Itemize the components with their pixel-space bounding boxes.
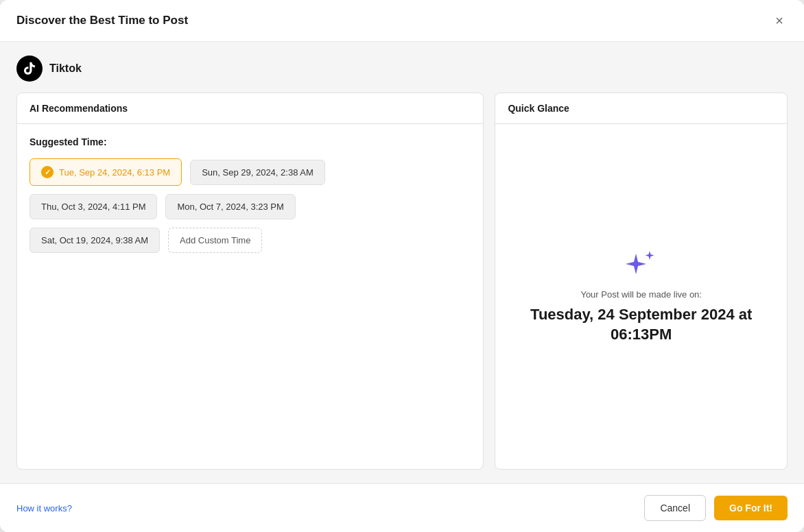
time-chip-1[interactable]: Tue, Sep 24, 2024, 6:13 PM <box>29 158 182 186</box>
add-custom-time-button[interactable]: Add Custom Time <box>168 228 262 253</box>
cancel-button[interactable]: Cancel <box>644 495 706 521</box>
go-for-it-button[interactable]: Go For It! <box>714 496 788 520</box>
how-it-works-link[interactable]: How it works? <box>16 503 72 513</box>
time-grid: Tue, Sep 24, 2024, 6:13 PM Sun, Sep 29, … <box>29 158 471 253</box>
time-label-3: Thu, Oct 3, 2024, 4:11 PM <box>41 202 145 212</box>
modal-header: Discover the Best Time to Post × <box>0 0 804 42</box>
ai-panel-header: AI Recommendations <box>17 93 483 124</box>
platform-name: Tiktok <box>49 62 82 75</box>
tiktok-icon <box>16 56 43 82</box>
time-row-3: Sat, Oct 19, 2024, 9:38 AM Add Custom Ti… <box>29 228 471 253</box>
quick-glance-panel: Quick Glance Your Post will be made live… <box>495 93 788 470</box>
suggested-label: Suggested Time: <box>29 136 471 147</box>
time-chip-4[interactable]: Mon, Oct 7, 2024, 3:23 PM <box>165 194 295 219</box>
time-label-2: Sun, Sep 29, 2024, 2:38 AM <box>202 167 314 178</box>
modal-footer: How it works? Cancel Go For It! <box>0 483 804 532</box>
ai-panel-content: Suggested Time: Tue, Sep 24, 2024, 6:13 … <box>17 124 483 469</box>
time-label-1: Tue, Sep 24, 2024, 6:13 PM <box>59 167 170 178</box>
time-label-5: Sat, Oct 19, 2024, 9:38 AM <box>41 235 148 245</box>
live-intro-label: Your Post will be made live on: <box>580 289 702 300</box>
modal-title: Discover the Best Time to Post <box>16 14 188 27</box>
quick-glance-header: Quick Glance <box>495 93 787 124</box>
ai-recommendations-panel: AI Recommendations Suggested Time: Tue, … <box>16 93 484 470</box>
quick-glance-content: Your Post will be made live on: Tuesday,… <box>495 124 787 469</box>
time-chip-3[interactable]: Thu, Oct 3, 2024, 4:11 PM <box>29 194 157 219</box>
modal-body: Tiktok AI Recommendations Suggested Time… <box>0 42 804 483</box>
check-icon <box>41 166 54 178</box>
platform-row: Tiktok <box>16 56 788 82</box>
sparkle-icon <box>624 248 659 280</box>
footer-buttons: Cancel Go For It! <box>644 495 788 521</box>
time-chip-5[interactable]: Sat, Oct 19, 2024, 9:38 AM <box>29 228 160 253</box>
close-button[interactable]: × <box>771 12 788 29</box>
modal-container: Discover the Best Time to Post × Tiktok … <box>0 0 804 532</box>
time-row-2: Thu, Oct 3, 2024, 4:11 PM Mon, Oct 7, 20… <box>29 194 471 219</box>
time-row-1: Tue, Sep 24, 2024, 6:13 PM Sun, Sep 29, … <box>29 158 471 186</box>
live-date: Tuesday, 24 September 2024 at 06:13PM <box>509 305 773 344</box>
time-chip-2[interactable]: Sun, Sep 29, 2024, 2:38 AM <box>190 160 325 185</box>
panels-row: AI Recommendations Suggested Time: Tue, … <box>16 93 788 470</box>
time-label-4: Mon, Oct 7, 2024, 3:23 PM <box>177 202 283 212</box>
